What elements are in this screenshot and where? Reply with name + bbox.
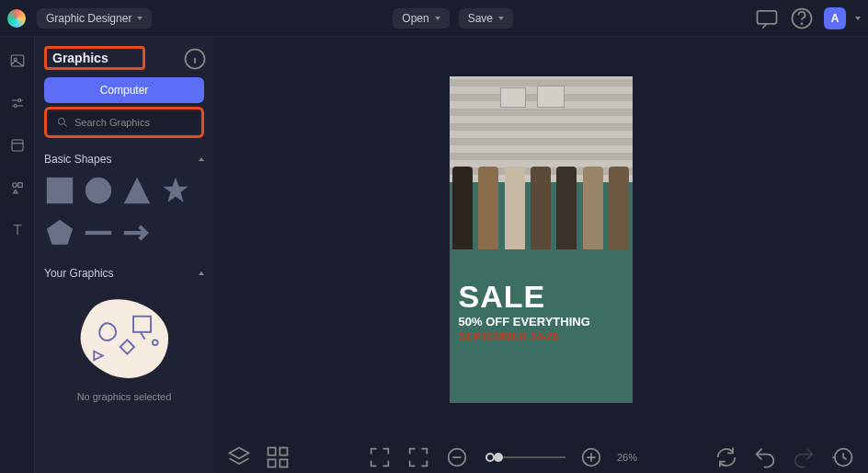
svg-rect-7 [12,140,23,151]
rail-shapes-tool[interactable] [5,175,30,201]
zoom-out-button[interactable] [444,444,470,470]
layers-icon [226,444,252,470]
shape-line[interactable] [83,217,114,252]
svg-rect-16 [268,448,276,456]
chat-icon [754,6,780,31]
basic-shapes-label: Basic Shapes [44,153,111,166]
history-icon [829,444,855,470]
image-icon [9,52,26,69]
search-placeholder: Search Graphics [74,117,150,128]
shape-pentagon[interactable] [44,217,75,252]
artboard-headline[interactable]: SALE [459,279,590,315]
topbar: Graphic Designer Open Save A [0,0,868,37]
shape-arrow[interactable] [121,217,153,252]
help-button[interactable] [789,6,815,31]
computer-button[interactable]: Computer [44,77,204,103]
refresh-button[interactable] [714,444,739,470]
svg-point-11 [58,118,64,124]
fit-icon [405,444,431,470]
artboard[interactable]: SALE 50% OFF EVERYTHING SEPTEMBER 24-26 [450,76,633,403]
help-icon [789,6,815,31]
text-icon [9,222,26,238]
artboard-subhead[interactable]: 50% OFF EVERYTHING [459,315,590,329]
history-button[interactable] [829,444,855,470]
save-label: Save [468,12,493,25]
grid-icon [265,444,291,470]
zoom-in-button[interactable] [578,444,604,470]
open-label: Open [402,12,428,25]
empty-text: No graphics selected [77,391,172,402]
sliders-icon [9,95,26,111]
chevron-up-icon [199,271,204,275]
undo-button[interactable] [752,444,778,470]
chevron-down-icon[interactable] [855,17,861,20]
svg-point-2 [801,23,802,24]
info-icon [182,46,208,72]
svg-point-5 [17,99,20,102]
svg-rect-0 [758,10,777,23]
chevron-down-icon [498,17,504,20]
redo-button[interactable] [791,444,817,470]
fullscreen-button[interactable] [367,444,393,470]
refresh-icon [714,444,739,470]
rail-text-tool[interactable] [5,217,30,243]
save-menu[interactable]: Save [459,8,513,29]
svg-point-21 [486,454,494,461]
undo-icon [752,444,778,470]
search-input[interactable]: Search Graphics [49,111,200,133]
empty-illustration [72,294,177,382]
avatar-letter: A [831,12,839,25]
svg-rect-18 [268,459,276,467]
shape-star[interactable] [160,175,191,210]
svg-rect-12 [47,178,73,203]
zoom-percent: 26% [617,452,637,463]
your-graphics-header[interactable]: Your Graphics [44,267,204,280]
role-label: Graphic Designer [46,12,131,25]
svg-point-6 [14,105,17,108]
avatar[interactable]: A [824,7,846,29]
svg-rect-17 [280,448,287,456]
grid-button[interactable] [265,444,291,470]
shapes-icon [9,179,26,196]
sidebar-title: Graphics [52,51,108,65]
computer-label: Computer [100,84,149,97]
fullscreen-icon [367,444,393,470]
layers-button[interactable] [226,444,252,470]
artboard-dates[interactable]: SEPTEMBER 24-26 [459,330,590,343]
fit-button[interactable] [405,444,431,470]
svg-point-13 [86,178,111,203]
sidebar: Graphics Computer Search Graphics Basic … [35,37,213,473]
basic-shapes-header[interactable]: Basic Shapes [44,153,204,166]
empty-graphics-state: No graphics selected [44,294,204,402]
open-menu[interactable]: Open [393,8,449,29]
chevron-up-icon [199,157,204,161]
your-graphics-label: Your Graphics [44,267,114,280]
tool-rail [0,37,35,473]
rail-image-tool[interactable] [5,48,30,74]
search-highlight: Search Graphics [44,107,204,138]
canvas-viewport[interactable]: SALE 50% OFF EVERYTHING SEPTEMBER 24-26 [213,37,868,442]
search-icon [56,116,69,129]
svg-point-8 [12,183,17,188]
app-logo[interactable] [7,9,26,28]
sidebar-title-highlight: Graphics [44,46,145,70]
shape-triangle[interactable] [121,175,153,210]
chevron-down-icon [435,17,440,20]
artboard-garments [450,150,633,260]
shape-square[interactable] [44,175,75,210]
role-dropdown[interactable]: Graphic Designer [37,8,152,29]
canvas-area: SALE 50% OFF EVERYTHING SEPTEMBER 24-26 … [213,37,868,473]
bottom-bar: 26% [213,442,868,473]
template-icon [9,137,26,154]
info-button[interactable] [182,46,208,72]
zoom-out-icon [444,444,470,470]
rail-adjust-tool[interactable] [5,90,30,116]
redo-icon [791,444,817,470]
shapes-grid [44,175,204,252]
rail-template-tool[interactable] [5,133,30,158]
chevron-down-icon [137,17,143,20]
svg-rect-9 [17,183,22,188]
comments-button[interactable] [754,6,780,31]
shape-circle[interactable] [83,175,114,210]
zoom-slider[interactable] [483,450,565,465]
